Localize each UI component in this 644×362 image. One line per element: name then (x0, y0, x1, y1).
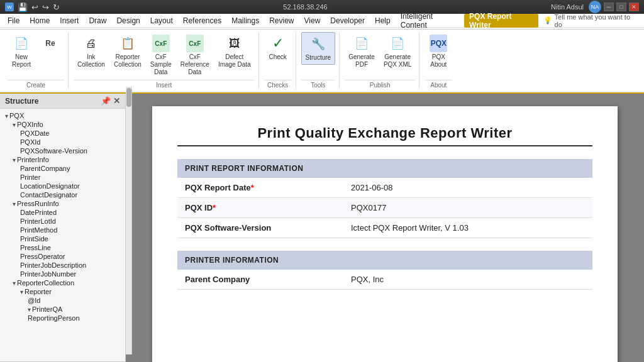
cxf-reference-label: CxFReferenceData (180, 53, 209, 76)
ribbon-group-about: PQX PQXAbout About (421, 32, 456, 89)
generate-pqx-xml-button[interactable]: 📄 GeneratePQX XML (380, 32, 415, 71)
tree-item-printerjobdescription[interactable]: PrinterJobDescription (3, 261, 123, 270)
new-report-icon: 📄 (13, 35, 30, 52)
menu-insert[interactable]: Insert (55, 14, 84, 28)
tree-item-dateprinted[interactable]: DatePrinted (3, 208, 123, 217)
menu-bar: File Home Insert Draw Design Layout Refe… (0, 14, 644, 28)
tree-item-pressline[interactable]: PressLine (3, 243, 123, 252)
tree-item-reporter[interactable]: ▾Reporter (3, 287, 123, 296)
menu-home[interactable]: Home (25, 14, 55, 28)
ribbon-group-checks-items: ✓ Check (264, 32, 292, 79)
table-row: PQX ID* PQX0177 (177, 198, 592, 218)
menu-mailings[interactable]: Mailings (226, 14, 264, 28)
print-report-table: PRINT REPORT INFORMATION PQX Report Date… (177, 159, 592, 238)
menu-pqx-report-writer[interactable]: PQX Report Writer (464, 14, 538, 28)
menu-view[interactable]: View (299, 14, 326, 28)
menu-intelligent-content[interactable]: Intelligent Content (396, 14, 464, 28)
tree-item-printerqa[interactable]: ▾PrinterQA (3, 305, 123, 314)
ink-collection-label: InkCollection (77, 53, 105, 69)
structure-header: Structure 📌 ✕ (0, 94, 125, 109)
cxf-sample-icon: CxF (152, 35, 170, 52)
print-report-header: PRINT REPORT INFORMATION (177, 159, 592, 178)
ribbon-group-publish-items: 📄 GeneratePDF 📄 GeneratePQX XML (345, 32, 415, 79)
menu-help[interactable]: Help (370, 14, 396, 28)
ink-collection-icon: 🖨 (82, 35, 100, 52)
tree-item-printmethod[interactable]: PrintMethod (3, 226, 123, 234)
pqx-software-value: Ictect PQX Report Writer, V 1.03 (343, 218, 592, 238)
pqx-report-date-label: PQX Report Date* (177, 178, 343, 198)
quick-access-redo[interactable]: ↪ (42, 3, 49, 12)
tree-item-parentcompany[interactable]: ParentCompany (3, 164, 123, 173)
tree-item-pqxid[interactable]: PQXId (3, 138, 123, 146)
tree-item-pqxinfo[interactable]: ▾PQXInfo (3, 120, 123, 129)
structure-button[interactable]: 🔧 Structure (301, 32, 336, 65)
tree-item-printer[interactable]: Printer (3, 173, 123, 182)
left-scrollbar[interactable] (126, 94, 132, 354)
re-button[interactable]: Re (36, 32, 64, 56)
pqx-software-label: PQX Software-Version (177, 218, 343, 238)
tree-item-id[interactable]: @Id (3, 296, 123, 305)
ribbon-content: 📄 NewReport Re Create 🖨 InkCollection 📋 (0, 29, 644, 91)
tree-item-printerlotid[interactable]: PrinterLotId (3, 217, 123, 226)
structure-pin-button[interactable]: 📌 (101, 96, 111, 106)
pqx-id-label: PQX ID* (177, 198, 343, 218)
left-scrollbar-thumb[interactable] (126, 94, 131, 107)
structure-panel: Structure 📌 ✕ ▾PQX ▾PQXInfo PQXDate PQXI… (0, 94, 126, 362)
tree-item-pressoperator[interactable]: PressOperator (3, 252, 123, 261)
quick-access-save[interactable]: 💾 (18, 3, 28, 12)
tree-item-printside[interactable]: PrintSide (3, 234, 123, 243)
generate-pdf-label: GeneratePDF (348, 53, 375, 69)
tree-item-locationdesignator[interactable]: LocationDesignator (3, 182, 123, 190)
ribbon-group-tools-items: 🔧 Structure (301, 32, 336, 79)
cxf-sample-button[interactable]: CxF CxFSampleData (147, 32, 175, 79)
pqx-about-icon: PQX (430, 35, 447, 52)
tools-group-label: Tools (301, 80, 336, 89)
tree-item-pqx[interactable]: ▾PQX (3, 111, 123, 120)
generate-pdf-button[interactable]: 📄 GeneratePDF (345, 32, 379, 71)
maximize-button[interactable]: □ (616, 3, 626, 11)
generate-pqx-xml-label: GeneratePQX XML (384, 53, 411, 69)
reporter-collection-icon: 📋 (119, 35, 136, 52)
generate-pqx-xml-icon: 📄 (389, 35, 406, 52)
tree-item-pqxsoftware[interactable]: PQXSoftware-Version (3, 146, 123, 155)
close-button[interactable]: ✕ (629, 3, 639, 11)
tree-item-contactdesignator[interactable]: ContactDesignator (3, 190, 123, 199)
structure-close-button[interactable]: ✕ (113, 96, 120, 106)
ribbon-group-about-items: PQX PQXAbout (425, 32, 452, 79)
menu-references[interactable]: References (178, 14, 226, 28)
structure-title: Structure (5, 97, 38, 106)
defect-image-button[interactable]: 🖼 DefectImage Data (214, 32, 255, 71)
new-report-button[interactable]: 📄 NewReport (8, 32, 35, 71)
tree-item-printerjobnumber[interactable]: PrinterJobNumber (3, 270, 123, 278)
doc-area[interactable]: Print Quality Exchange Report Writer PRI… (126, 94, 644, 362)
tree-item-pressruninfo[interactable]: ▾PressRunInfo (3, 199, 123, 208)
reporter-collection-button[interactable]: 📋 ReporterCollection (110, 32, 145, 71)
menu-file[interactable]: File (3, 14, 25, 28)
title-bar-left: W 💾 ↩ ↪ ↻ (5, 3, 60, 12)
quick-access-undo[interactable]: ↩ (31, 3, 38, 12)
ribbon-group-create: 📄 NewReport Re Create (4, 32, 69, 89)
cxf-sample-label: CxFSampleData (150, 53, 172, 76)
table-row: PQX Software-Version Ictect PQX Report W… (177, 218, 592, 238)
tree-item-printerinfo[interactable]: ▾PrinterInfo (3, 155, 123, 164)
printer-info-table: PRINTER INFORMATION Parent Company PQX, … (177, 251, 592, 290)
tree-item-reportercollection[interactable]: ▾ReporterCollection (3, 278, 123, 287)
title-bar-center: 52.168.38.246 (283, 3, 327, 11)
generate-pdf-icon: 📄 (353, 35, 370, 52)
pqx-about-button[interactable]: PQX PQXAbout (425, 32, 452, 71)
tree-item-reportingperson[interactable]: ReportingPerson (3, 314, 123, 322)
tree-item-pqxdate[interactable]: PQXDate (3, 129, 123, 138)
assistant-text[interactable]: Tell me what you want to do (555, 13, 636, 28)
menu-design[interactable]: Design (111, 14, 145, 28)
menu-layout[interactable]: Layout (145, 14, 178, 28)
cxf-reference-button[interactable]: CxF CxFReferenceData (177, 32, 213, 79)
assistant-icon[interactable]: 💡 Tell me what you want to do (538, 12, 641, 30)
structure-tree[interactable]: ▾PQX ▾PQXInfo PQXDate PQXId PQXSoftware-… (0, 109, 125, 361)
ink-collection-button[interactable]: 🖨 InkCollection (74, 32, 109, 71)
quick-access-refresh[interactable]: ↻ (53, 3, 60, 12)
menu-developer[interactable]: Developer (325, 14, 370, 28)
minimize-button[interactable]: ─ (604, 3, 614, 11)
menu-review[interactable]: Review (264, 14, 299, 28)
check-button[interactable]: ✓ Check (264, 32, 292, 63)
menu-draw[interactable]: Draw (84, 14, 111, 28)
